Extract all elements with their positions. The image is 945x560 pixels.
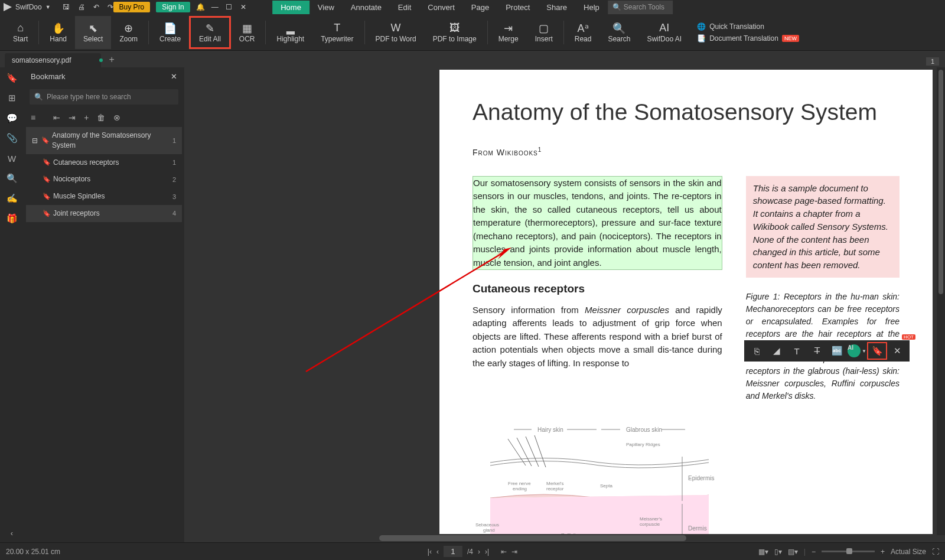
bookmark-search-input[interactable]: 🔍 Please type here to search (30, 89, 178, 105)
buy-pro-button[interactable]: Buy Pro (113, 2, 151, 12)
translate-button[interactable]: 🔤 (827, 342, 847, 360)
bookmark-item[interactable]: ⊟ 🔖 Anatomy of the Somatosensory System … (26, 127, 182, 154)
last-page-button[interactable]: ›| (485, 548, 489, 556)
zoom-in-button[interactable]: + (881, 548, 885, 556)
close-window-button[interactable]: ✕ (239, 3, 247, 11)
menu-view[interactable]: View (309, 1, 343, 14)
thumbnails-nav-icon[interactable]: ⊞ (6, 92, 18, 104)
menu-convert[interactable]: Convert (419, 1, 463, 14)
chevron-down-icon: ▼ (862, 349, 866, 354)
close-panel-icon[interactable]: ✕ (171, 72, 177, 81)
list-icon[interactable]: ≡ (31, 113, 35, 122)
scroll-mode-icon[interactable]: ▤▾ (788, 548, 798, 556)
create-button[interactable]: 📄Create (151, 16, 189, 49)
ai-button[interactable]: AIHOT▼ (847, 342, 867, 360)
pdf-to-image-button[interactable]: 🖼PDF to Image (425, 16, 485, 49)
select-button[interactable]: ⬉Select (75, 16, 111, 49)
search-button[interactable]: 🔍Search (599, 16, 638, 49)
scrollbar-thumb[interactable] (939, 70, 943, 294)
zoom-level[interactable]: Actual Size (891, 548, 926, 556)
edit-all-button[interactable]: ✎Edit All (189, 16, 231, 49)
horizontal-scrollbar[interactable] (184, 534, 937, 542)
app-name: SwifDoo (15, 3, 42, 11)
strikethrough-button[interactable]: T̶ (807, 342, 827, 360)
bookmark-item[interactable]: 🔖 Nociceptors 2 (26, 171, 182, 188)
bookmark-item[interactable]: 🔖 Cutaneous receptors 1 (26, 154, 182, 171)
pdf-to-word-button[interactable]: WPDF to Word (367, 16, 425, 49)
typewriter-button[interactable]: TTypewriter (312, 16, 361, 49)
menu-home[interactable]: Home (272, 1, 309, 14)
collapse-icon[interactable]: ⊟ (32, 136, 38, 145)
swifdoo-ai-button[interactable]: AISwifDoo AI (638, 16, 690, 49)
prev-page-button[interactable]: ‹ (436, 548, 439, 556)
attachments-nav-icon[interactable]: 📎 (6, 132, 18, 144)
add-bookmark-icon[interactable]: + (84, 113, 89, 122)
sign-in-button[interactable]: Sign In (156, 2, 190, 12)
columns: Our somatosensory system consists of sen… (472, 176, 900, 402)
label: corpuscle (640, 522, 660, 527)
gift-nav-icon[interactable]: 🎁 (6, 213, 18, 224)
hand-button[interactable]: ✋Hand (41, 16, 75, 49)
zoom-button[interactable]: ⊕Zoom (111, 16, 146, 49)
new-tab-button[interactable]: + (109, 54, 115, 65)
outdent-icon[interactable]: ⇤ (53, 113, 60, 122)
app-dropdown-icon[interactable]: ▼ (45, 4, 51, 10)
highlight-color-button[interactable]: ◢ (767, 342, 787, 360)
collapse-sidebar-button[interactable]: ‹ (11, 529, 13, 538)
close-toolbar-button[interactable]: ✕ (887, 342, 907, 360)
ocr-button[interactable]: ▦OCR (231, 16, 263, 49)
prev-view-button[interactable]: ⇤ (501, 548, 507, 556)
remove-bookmark-icon[interactable]: ⊗ (113, 113, 120, 122)
next-page-button[interactable]: › (478, 548, 480, 556)
save-icon[interactable]: 🖫 (63, 3, 70, 11)
search-tools-input[interactable]: 🔍 Search Tools (608, 1, 673, 14)
bookmark-nav-icon[interactable]: 🔖 (6, 72, 18, 84)
copy-button[interactable]: ⎘ (747, 342, 767, 360)
page-input[interactable] (444, 546, 462, 557)
redo-icon[interactable]: ↷ (107, 3, 113, 11)
indent-icon[interactable]: ⇥ (69, 113, 76, 122)
zoom-out-button[interactable]: − (812, 548, 816, 556)
bookmark-item[interactable]: 🔖 Joint receptors 4 (26, 205, 182, 222)
next-view-button[interactable]: ⇥ (511, 548, 517, 556)
menu-edit[interactable]: Edit (390, 1, 419, 14)
document-translation-button[interactable]: 📑Document TranslationNEW (697, 34, 799, 43)
vertical-scrollbar[interactable] (937, 67, 945, 535)
bookmark-item[interactable]: 🔖 Muscle Spindles 3 (26, 188, 182, 205)
comments-nav-icon[interactable]: 💬 (6, 112, 18, 124)
insert-button[interactable]: ▢Insert (527, 16, 561, 49)
zoom-slider[interactable] (822, 551, 875, 552)
highlighted-paragraph[interactable]: Our somatosensory system consists of sen… (472, 176, 722, 271)
menu-share[interactable]: Share (538, 1, 575, 14)
minimize-button[interactable]: — (211, 3, 219, 11)
bookmark-selection-button[interactable]: 🔖 (867, 342, 887, 360)
source-footnote: 1 (538, 146, 542, 153)
scrollbar-thumb[interactable] (379, 535, 686, 541)
menu-page[interactable]: Page (463, 1, 497, 14)
print-icon[interactable]: 🖨 (78, 3, 85, 11)
word-nav-icon[interactable]: W (6, 152, 18, 164)
fullscreen-button[interactable]: ⛶ (932, 548, 939, 556)
read-button[interactable]: AᵃRead (566, 16, 600, 49)
first-page-button[interactable]: |‹ (428, 548, 432, 556)
signature-nav-icon[interactable]: ✍ (6, 193, 18, 204)
document-tab[interactable]: somatosensory.pdf (5, 53, 101, 67)
undo-icon[interactable]: ↶ (93, 3, 99, 11)
document-viewport[interactable]: Anatomy of the Somatosensory System From… (184, 67, 945, 542)
page-layout-icon[interactable]: ▯▾ (774, 548, 782, 556)
quick-translation-button[interactable]: 🌐Quick Translation (697, 22, 799, 31)
menu-annotate[interactable]: Annotate (343, 1, 390, 14)
maximize-button[interactable]: ☐ (225, 3, 233, 11)
separator (265, 21, 266, 44)
delete-bookmark-icon[interactable]: 🗑 (97, 113, 105, 122)
start-button[interactable]: ⌂Start (5, 16, 36, 49)
highlight-button[interactable]: ▂Highlight (268, 16, 312, 49)
merge-button[interactable]: ⇥Merge (490, 16, 527, 49)
menu-help[interactable]: Help (575, 1, 608, 14)
search-nav-icon[interactable]: 🔍 (6, 172, 18, 184)
menu-protect[interactable]: Protect (497, 1, 538, 14)
view-mode-icon[interactable]: ▦▾ (758, 548, 768, 556)
bell-icon[interactable]: 🔔 (196, 3, 205, 11)
titlebar-right: Buy Pro Sign In 🔔 — ☐ ✕ (113, 2, 247, 12)
text-button[interactable]: T (787, 342, 807, 360)
